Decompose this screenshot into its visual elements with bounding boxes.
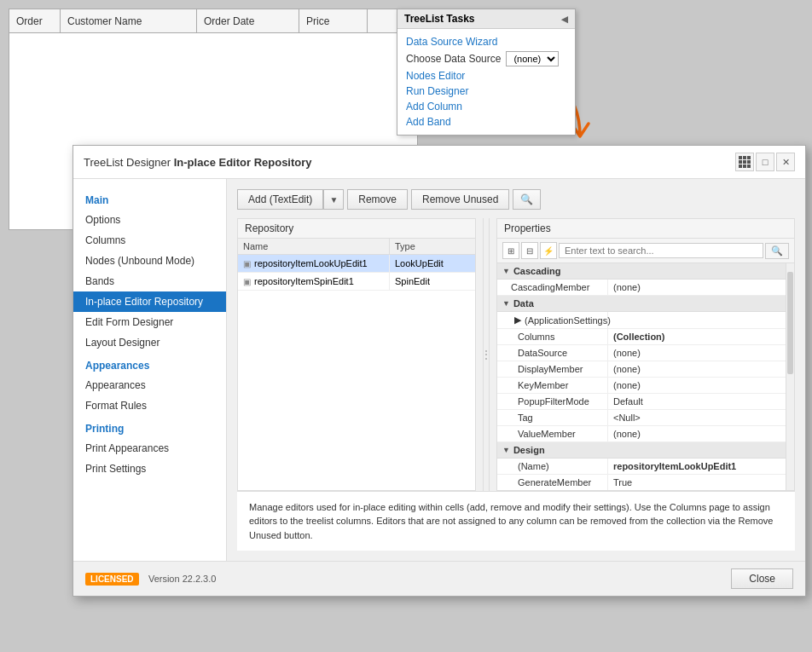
repository-table: Name Type ▣ repositoryItemLookUpEdit1 Lo… [238, 239, 475, 490]
add-button[interactable]: Add (TextEdit) [237, 189, 323, 210]
prop-columns-name: Columns [497, 329, 608, 344]
sidebar-item-formatrules[interactable]: Format Rules [73, 395, 226, 416]
list-item: Tag <Null> [497, 410, 786, 426]
add-button-group: Add (TextEdit) ▼ [237, 189, 344, 210]
prop-tag-value[interactable]: <Null> [608, 410, 786, 425]
repository-title: Repository [238, 219, 475, 239]
prop-cascadingmember-value[interactable]: (none) [608, 280, 786, 295]
sidebar-item-columns[interactable]: Columns [73, 230, 226, 251]
dialog-title-bold: In-place Editor Repository [174, 156, 312, 169]
repo-row-1-icon: ▣ [243, 259, 251, 268]
datasource-select[interactable]: (none) [506, 51, 559, 66]
prop-datasource-name: DataSource [497, 345, 608, 361]
repository-panel: Repository Name Type ▣ repositoryItemLoo… [237, 218, 476, 491]
list-item: KeyMember (none) [497, 378, 786, 394]
close-button[interactable]: Close [731, 568, 793, 589]
prop-displaymember-name: DisplayMember [497, 361, 608, 377]
list-item: Columns (Collection) [497, 329, 786, 345]
toolbar-row: Add (TextEdit) ▼ Remove Remove Unused 🔍 [237, 189, 795, 210]
prop-appsettings-value[interactable] [608, 312, 786, 328]
list-item: GenerateMember True [497, 475, 786, 490]
list-item: DataSource (none) [497, 345, 786, 361]
properties-scrollbar[interactable] [786, 263, 794, 490]
collapse-design-icon: ▼ [502, 446, 510, 454]
prop-name-value[interactable]: repositoryItemLookUpEdit1 [608, 459, 786, 474]
props-alphabetical-btn[interactable]: ⊟ [521, 242, 538, 259]
props-categorized-btn[interactable]: ⊞ [502, 242, 519, 259]
props-section-data[interactable]: ▼ Data [497, 296, 786, 312]
list-item: PopupFilterMode Default [497, 394, 786, 410]
remove-unused-button[interactable]: Remove Unused [411, 189, 509, 210]
repo-row-1-name-text: repositoryItemLookUpEdit1 [254, 258, 368, 268]
sidebar-item-printsettings[interactable]: Print Settings [73, 459, 226, 479]
prop-appsettings-name: ▶ (ApplicationSettings) [497, 312, 608, 328]
prop-name-name: (Name) [497, 459, 608, 474]
search-icon-button[interactable]: 🔍 [513, 189, 541, 210]
prop-cascadingmember-name: CascadingMember [497, 280, 608, 295]
prop-columns-value[interactable]: (Collection) [608, 329, 786, 344]
props-section-cascading[interactable]: ▼ Cascading [497, 263, 786, 280]
dialog-footer: LICENSED Version 22.2.3.0 Close [73, 561, 805, 596]
list-item: (Name) repositoryItemLookUpEdit1 [497, 459, 786, 475]
table-row[interactable]: ▣ repositoryItemSpinEdit1 SpinEdit [238, 273, 475, 291]
col-order: Order [9, 9, 61, 32]
props-section-cascading-label: Cascading [513, 266, 561, 276]
prop-valuemember-value[interactable]: (none) [608, 426, 786, 441]
remove-button[interactable]: Remove [347, 189, 408, 210]
props-search-button[interactable]: 🔍 [765, 243, 789, 259]
col-order-date: Order Date [197, 9, 299, 32]
props-section-design-label: Design [513, 445, 545, 455]
repo-row-1-name: ▣ repositoryItemLookUpEdit1 [238, 255, 390, 272]
data-source-wizard-link[interactable]: Data Source Wizard [406, 34, 566, 49]
add-band-link[interactable]: Add Band [406, 114, 566, 130]
properties-toolbar: ⊞ ⊟ ⚡ 🔍 [497, 239, 794, 263]
sidebar-item-options[interactable]: Options [73, 210, 226, 230]
prop-generatemember-value[interactable]: True [608, 475, 786, 490]
choose-datasource-label: Choose Data Source [406, 53, 501, 65]
prop-keymember-name: KeyMember [497, 378, 608, 393]
prop-displaymember-value[interactable]: (none) [608, 361, 786, 377]
run-designer-link[interactable]: Run Designer [406, 84, 566, 99]
sidebar-item-inplace[interactable]: In-place Editor Repository [73, 291, 226, 312]
resize-handle[interactable] [483, 218, 490, 491]
add-dropdown-button[interactable]: ▼ [323, 189, 344, 210]
sidebar-item-editform[interactable]: Edit Form Designer [73, 312, 226, 332]
sidebar-item-printappearances[interactable]: Print Appearances [73, 438, 226, 459]
prop-datasource-value[interactable]: (none) [608, 345, 786, 361]
prop-tag-name: Tag [497, 410, 608, 425]
sidebar-section-printing: Printing [73, 416, 226, 438]
scrollbar-thumb [787, 272, 793, 374]
table-row[interactable]: ▣ repositoryItemLookUpEdit1 LookUpEdit [238, 255, 475, 273]
sidebar-item-bands[interactable]: Bands [73, 271, 226, 291]
prop-keymember-value[interactable]: (none) [608, 378, 786, 393]
dialog-title: TreeList Designer In-place Editor Reposi… [84, 156, 312, 169]
close-title-button[interactable]: ✕ [776, 153, 795, 171]
main-content: Add (TextEdit) ▼ Remove Remove Unused 🔍 … [227, 179, 805, 561]
dialog-title-controls: □ ✕ [735, 153, 795, 171]
sidebar-item-nodes[interactable]: Nodes (Unbound Mode) [73, 251, 226, 271]
list-item: DisplayMember (none) [497, 361, 786, 378]
props-section-design[interactable]: ▼ Design [497, 442, 786, 459]
collapse-icon[interactable]: ◀ [561, 14, 568, 24]
sidebar-item-appearances[interactable]: Appearances [73, 375, 226, 395]
repo-col-name-header: Name [238, 239, 390, 254]
props-events-btn[interactable]: ⚡ [540, 242, 557, 259]
props-search-input[interactable] [559, 243, 763, 258]
expand-appsettings-icon: ▶ [514, 314, 521, 326]
color-grid-button[interactable] [735, 153, 754, 171]
prop-popupfiltermode-value[interactable]: Default [608, 394, 786, 409]
properties-title: Properties [497, 219, 794, 239]
choose-datasource-row: Choose Data Source (none) [406, 49, 566, 68]
properties-panel: Properties ⊞ ⊟ ⚡ 🔍 ▼ Cascading [496, 218, 795, 491]
prop-generatemember-name: GenerateMember [497, 475, 608, 490]
treelist-tasks-header: TreeList Tasks ◀ [397, 9, 575, 29]
maximize-button[interactable]: □ [756, 153, 774, 171]
sidebar-item-layout[interactable]: Layout Designer [73, 332, 226, 353]
prop-popupfiltermode-name: PopupFilterMode [497, 394, 608, 409]
treelist-tasks-body: Data Source Wizard Choose Data Source (n… [397, 29, 575, 135]
add-column-link[interactable]: Add Column [406, 99, 566, 114]
nodes-editor-link[interactable]: Nodes Editor [406, 68, 566, 84]
repo-row-2-icon: ▣ [243, 277, 251, 286]
prop-valuemember-name: ValueMember [497, 426, 608, 441]
list-item: ValueMember (none) [497, 426, 786, 442]
